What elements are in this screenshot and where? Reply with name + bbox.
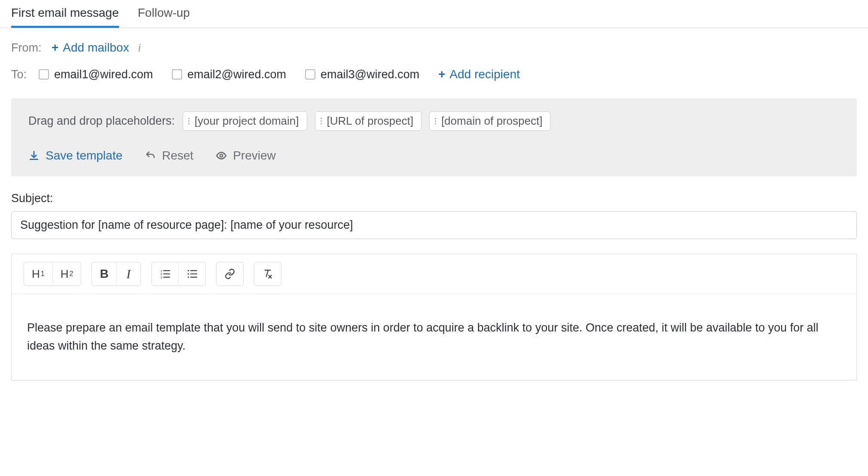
eye-icon xyxy=(216,150,227,161)
subject-section: Subject: xyxy=(0,176,868,239)
svg-text:3: 3 xyxy=(160,276,162,279)
download-icon xyxy=(28,150,40,161)
link-group xyxy=(216,262,244,286)
save-template-button[interactable]: Save template xyxy=(28,149,122,163)
heading-group: H1 H2 xyxy=(24,262,81,286)
recipient-checkbox[interactable] xyxy=(172,69,182,80)
tab-first-email[interactable]: First email message xyxy=(11,0,119,28)
plus-icon: + xyxy=(438,68,445,80)
editor-toolbar: H1 H2 B I 1 2 3 xyxy=(12,254,856,294)
clear-group xyxy=(254,262,281,286)
preview-label: Preview xyxy=(233,149,276,163)
link-button[interactable] xyxy=(217,262,243,286)
recipient-email: email2@wired.com xyxy=(187,68,286,81)
unordered-list-button[interactable] xyxy=(178,262,205,286)
drag-grip-icon xyxy=(188,118,190,124)
recipient-checkbox[interactable] xyxy=(305,69,315,80)
list-group: 1 2 3 xyxy=(151,262,206,286)
recipient-email: email3@wired.com xyxy=(321,68,419,81)
tab-follow-up[interactable]: Follow-up xyxy=(138,0,190,28)
add-mailbox-button[interactable]: + Add mailbox xyxy=(52,41,129,55)
heading2-button[interactable]: H2 xyxy=(52,262,81,286)
clear-format-icon xyxy=(262,268,273,279)
drag-grip-icon xyxy=(435,118,437,124)
link-icon xyxy=(224,268,235,279)
svg-point-8 xyxy=(187,273,189,274)
bold-button[interactable]: B xyxy=(92,262,116,286)
editor-body[interactable]: Please prepare an email template that yo… xyxy=(12,294,856,380)
recipient-checkbox[interactable] xyxy=(39,69,49,80)
add-recipient-label: Add recipient xyxy=(449,68,520,81)
recipient-email: email1@wired.com xyxy=(54,68,153,81)
placeholder-chip[interactable]: [URL of prospect] xyxy=(315,111,422,131)
subject-input[interactable] xyxy=(11,211,857,239)
placeholder-text: [domain of prospect] xyxy=(441,114,543,128)
reset-button[interactable]: Reset xyxy=(145,149,193,163)
ordered-list-icon: 1 2 3 xyxy=(159,268,171,279)
editor: H1 H2 B I 1 2 3 xyxy=(11,254,857,381)
svg-point-9 xyxy=(187,276,189,278)
unordered-list-icon xyxy=(186,268,198,279)
placeholder-chip[interactable]: [your project domain] xyxy=(183,111,307,131)
info-icon[interactable]: i xyxy=(138,41,141,55)
heading1-button[interactable]: H1 xyxy=(24,262,52,286)
placeholder-chip[interactable]: [domain of prospect] xyxy=(429,111,551,131)
reset-label: Reset xyxy=(162,149,193,163)
svg-point-0 xyxy=(220,154,223,157)
placeholder-row: Drag and drop placeholders: [your projec… xyxy=(28,111,840,131)
italic-button[interactable]: I xyxy=(116,262,141,286)
recipient-item: email1@wired.com xyxy=(39,68,153,81)
ordered-list-button[interactable]: 1 2 3 xyxy=(152,262,178,286)
from-label: From: xyxy=(11,41,46,55)
add-recipient-button[interactable]: + Add recipient xyxy=(438,68,520,81)
save-template-label: Save template xyxy=(46,149,122,163)
drag-grip-icon xyxy=(321,118,323,124)
recipient-item: email3@wired.com xyxy=(305,68,419,81)
template-actions: Save template Reset Preview xyxy=(28,149,840,163)
template-toolbar: Drag and drop placeholders: [your projec… xyxy=(11,98,857,176)
undo-icon xyxy=(145,150,156,161)
subject-label: Subject: xyxy=(11,192,857,205)
from-row: From: + Add mailbox i xyxy=(11,41,857,55)
to-row: To: email1@wired.com email2@wired.com em… xyxy=(11,68,857,81)
placeholder-text: [your project domain] xyxy=(195,114,299,128)
preview-button[interactable]: Preview xyxy=(216,149,276,163)
svg-point-7 xyxy=(187,270,189,271)
placeholder-label: Drag and drop placeholders: xyxy=(28,114,175,128)
plus-icon: + xyxy=(52,42,58,54)
clear-format-button[interactable] xyxy=(254,262,281,286)
recipient-item: email2@wired.com xyxy=(172,68,286,81)
to-label: To: xyxy=(11,68,33,81)
tabs: First email message Follow-up xyxy=(0,0,868,28)
placeholder-text: [URL of prospect] xyxy=(327,114,413,128)
add-mailbox-label: Add mailbox xyxy=(63,41,129,55)
format-group: B I xyxy=(92,262,141,286)
